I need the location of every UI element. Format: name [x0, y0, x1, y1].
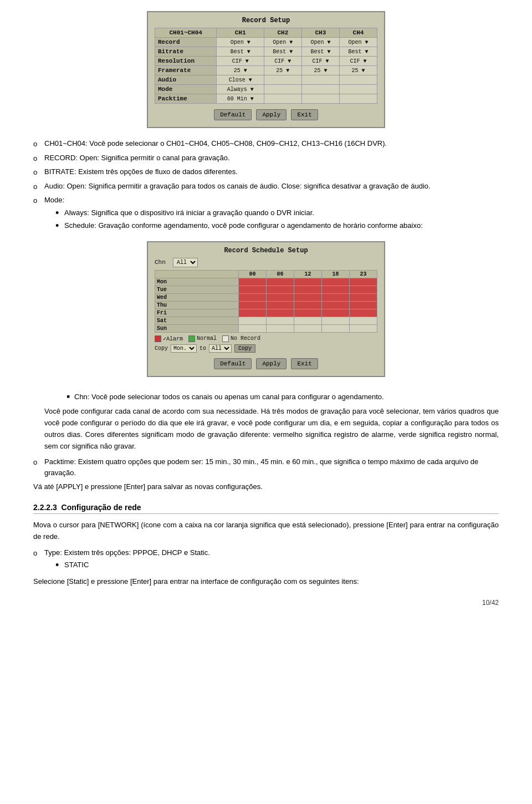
exit-button[interactable]: Exit [291, 109, 318, 120]
static-note: Selecione [Static] e pressione [Enter] p… [33, 576, 499, 588]
legend-box-no-record [222, 335, 229, 342]
bullet-circle: o [33, 138, 44, 150]
bullet-text: Mode: [44, 196, 64, 204]
hour-23: 23 [350, 270, 377, 278]
schedule-grid: 00 06 12 18 23 MonTueWedThuFriSatSun [155, 270, 377, 333]
sub-bullet-item: •Always: Significa que o dispositivo irá… [55, 207, 423, 218]
chn-note-text: Chn: Você pode selecionar todos os canai… [74, 391, 384, 403]
schedule-title: Record Schedule Setup [155, 247, 377, 255]
static-label: STATIC [64, 559, 89, 571]
copy-from-select[interactable]: Mon. [171, 344, 197, 353]
packtime-item: o Packtime: Existem quatro opções que po… [33, 456, 499, 478]
packtime-list: o Packtime: Existem quatro opções que po… [33, 456, 499, 478]
sub-bullet-text: Schedule: Gravação conforme agendamento,… [64, 220, 423, 231]
bullet-circle: o [33, 166, 44, 178]
dvr-screen-title: Record Setup [155, 17, 377, 24]
sub-bullet-dot: • [55, 220, 64, 231]
bullet-list: oCH01~CH04: Você pode selecionar o CH01~… [33, 138, 499, 233]
apply-note: Vá até [APPLY] e pressione [Enter] para … [33, 481, 499, 493]
record-setup-screenshot: Record Setup CH01~CH04CH1CH2CH3CH4 Recor… [33, 11, 499, 128]
type-item: o Type: Existem três opções: PPPOE, DHCP… [33, 547, 499, 573]
legend-normal: Normal [188, 335, 217, 342]
sub-bullet-item: •Schedule: Gravação conforme agendamento… [55, 220, 423, 231]
bullet-item: oRECORD: Open: Significa permitir o cana… [33, 152, 499, 164]
type-list: o Type: Existem três opções: PPPOE, DHCP… [33, 547, 499, 573]
copy-to-label: to [200, 345, 206, 352]
chn-note-item: ▪ Chn: Você pode selecionar todos os can… [66, 391, 499, 403]
bullet-item: oBITRATE: Existem três opções de fluxo d… [33, 166, 499, 178]
copy-row: Copy Mon. to All Copy [155, 344, 377, 353]
static-item: • STATIC [55, 559, 210, 571]
bullet-text: BITRATE: Existem três opções de fluxo de… [44, 167, 238, 176]
bullet-circle: o [33, 152, 44, 164]
legend-box-normal [188, 335, 195, 342]
schedule-exit-button[interactable]: Exit [291, 358, 318, 369]
bullet-item: oCH01~CH04: Você pode selecionar o CH01~… [33, 138, 499, 150]
hour-00: 00 [239, 270, 267, 278]
copy-button[interactable]: Copy [234, 344, 255, 353]
record-setup-table: CH01~CH04CH1CH2CH3CH4 RecordOpen ▼Open ▼… [155, 28, 377, 104]
chn-label: Chn [155, 259, 166, 266]
schedule-apply-button[interactable]: Apply [256, 358, 287, 369]
apply-button[interactable]: Apply [256, 109, 287, 120]
dvr-screen: Record Setup CH01~CH04CH1CH2CH3CH4 Recor… [147, 11, 385, 128]
copy-label: Copy [155, 345, 168, 352]
bullet-item: oMode:•Always: Significa que o dispositi… [33, 195, 499, 233]
bullet-item: oAudio: Open: Significa permitir a grava… [33, 181, 499, 192]
schedule-action-buttons: Default Apply Exit [155, 358, 377, 369]
legend-alarm-label: ✓Alarm [163, 335, 183, 342]
bullet-circle: o [33, 181, 44, 192]
schedule-default-button[interactable]: Default [214, 358, 252, 369]
legend-no-record: No Record [222, 335, 260, 342]
bullet-circle: o [33, 195, 44, 206]
static-list: • STATIC [44, 559, 210, 571]
default-button[interactable]: Default [214, 109, 252, 120]
schedule-chn: Chn All [155, 258, 377, 267]
type-text: Type: Existem três opções: PPPOE, DHCP e… [44, 548, 210, 557]
schedule-screen: Record Schedule Setup Chn All 00 06 12 1… [147, 241, 385, 377]
legend-box-alarm [155, 335, 161, 342]
paragraph1: Você pode configurar cada canal de acord… [44, 406, 499, 452]
type-bullet: o [33, 547, 44, 559]
static-bullet: • [55, 559, 64, 570]
dvr-action-buttons: Default Apply Exit [155, 109, 377, 120]
section-title: Configuração de rede [62, 503, 141, 512]
hour-06: 06 [267, 270, 294, 278]
hour-12: 12 [294, 270, 322, 278]
legend-normal-label: Normal [197, 335, 217, 342]
bullet-text: Audio: Open: Significa permitir a gravaç… [44, 182, 431, 190]
packtime-text: Packtime: Existem quatro opções que pode… [44, 456, 499, 478]
main-content: Record Setup CH01~CH04CH1CH2CH3CH4 Recor… [33, 11, 499, 588]
schedule-screenshot: Record Schedule Setup Chn All 00 06 12 1… [33, 237, 499, 381]
chn-select[interactable]: All [173, 258, 198, 267]
legend-alarm: ✓Alarm [155, 335, 183, 342]
page-number: 10/42 [33, 599, 499, 607]
chn-note-bullet: ▪ [66, 391, 74, 401]
sub-bullet-text: Always: Significa que o dispositivo irá … [64, 207, 314, 218]
packtime-bullet: o [33, 456, 44, 468]
section-heading: 2.2.2.3 Configuração de rede [33, 503, 499, 514]
section-number: 2.2.2.3 [33, 503, 57, 512]
bullet-text: CH01~CH04: Você pode selecionar o CH01~C… [44, 139, 387, 147]
network-intro: Mova o cursor para [NETWORK] (ícone com … [33, 520, 499, 543]
legend-no-record-label: No Record [231, 335, 260, 342]
legend-row: ✓Alarm Normal No Record [155, 335, 377, 342]
hour-18: 18 [322, 270, 350, 278]
copy-to-select[interactable]: All [209, 344, 232, 353]
bullet-text: RECORD: Open: Significa permitir o canal… [44, 154, 230, 162]
sub-bullet-dot: • [55, 207, 64, 218]
